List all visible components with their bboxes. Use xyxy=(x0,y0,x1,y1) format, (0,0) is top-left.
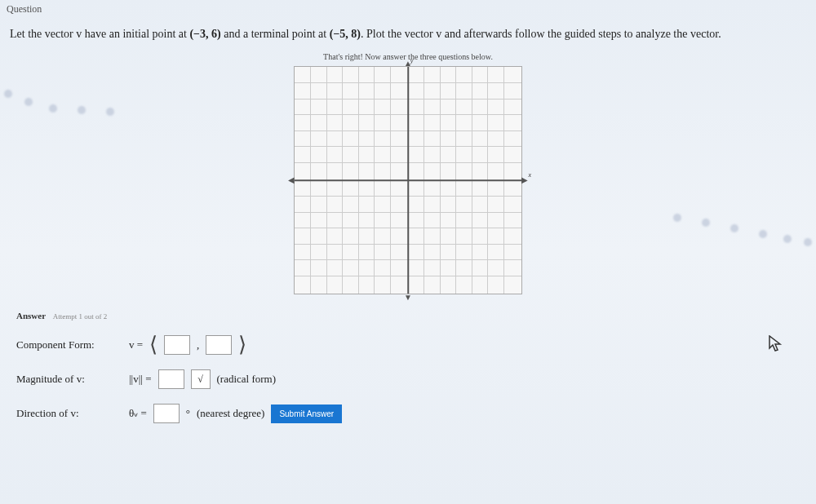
submit-answer-button[interactable]: Submit Answer xyxy=(271,405,342,423)
direction-hint: (nearest degree) xyxy=(197,407,264,420)
problem-point-1: (−3, 6) xyxy=(189,28,220,40)
magnitude-input[interactable] xyxy=(158,369,184,389)
component-sep: , xyxy=(197,338,199,351)
question-label: Question xyxy=(7,3,42,15)
arrow-down-icon: ▼ xyxy=(404,293,412,302)
direction-row: Direction of v: θᵥ = ° (nearest degree) … xyxy=(16,404,800,423)
component-y-input[interactable] xyxy=(206,335,232,355)
problem-text-3: . Plot the vector v and afterwards follo… xyxy=(361,28,721,40)
direction-label: Direction of v: xyxy=(16,407,122,420)
radical-icon: √ xyxy=(197,374,203,386)
attempt-text: Attempt 1 out of 2 xyxy=(53,312,108,321)
answer-heading: Answer Attempt 1 out of 2 xyxy=(16,311,800,321)
graph-container: ▶ ◀ ▲ ▼ x y xyxy=(0,66,816,298)
magnitude-row: Magnitude of v: ||v|| = √ (radical form) xyxy=(16,369,800,389)
magnitude-prefix: ||v|| = xyxy=(129,373,152,386)
component-label: Component Form: xyxy=(16,338,122,351)
problem-point-2: (−5, 8) xyxy=(330,28,361,40)
direction-prefix: θᵥ = xyxy=(129,407,147,420)
magnitude-label: Magnitude of v: xyxy=(16,373,122,386)
problem-text-1: Let the vector v have an initial point a… xyxy=(10,28,189,40)
cursor-icon xyxy=(769,335,783,357)
component-x-input[interactable] xyxy=(164,335,190,355)
problem-text-2: and a terminal point at xyxy=(221,28,330,40)
radical-button[interactable]: √ xyxy=(191,369,211,389)
page-header: Question xyxy=(0,0,816,19)
answer-label: Answer xyxy=(16,311,46,321)
coordinate-plane[interactable]: ▶ ◀ ▲ ▼ x y xyxy=(294,66,522,294)
degree-symbol: ° xyxy=(186,407,190,420)
component-prefix: v = xyxy=(129,338,143,351)
x-axis-label: x xyxy=(528,171,531,179)
answer-section: Answer Attempt 1 out of 2 Component Form… xyxy=(0,298,816,446)
y-axis-label: y xyxy=(410,57,414,64)
arrow-right-icon: ▶ xyxy=(521,175,528,184)
arrow-left-icon: ◀ xyxy=(288,175,295,184)
problem-statement: Let the vector v have an initial point a… xyxy=(0,19,816,52)
direction-input[interactable] xyxy=(153,404,180,423)
magnitude-hint: (radical form) xyxy=(217,373,277,386)
y-axis xyxy=(407,67,409,294)
component-form-row: Component Form: v = ⟨ , ⟩ xyxy=(16,335,800,355)
